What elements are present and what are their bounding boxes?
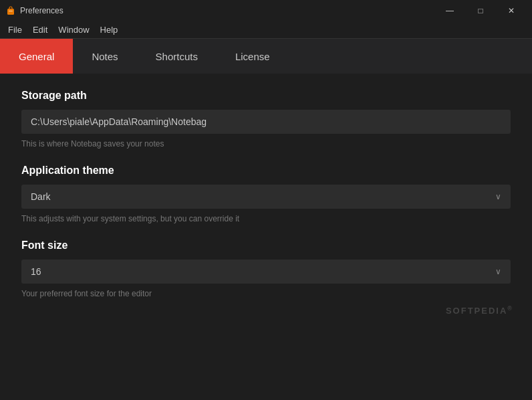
- softpedia-watermark: SOFTPEDIA®: [446, 305, 513, 316]
- menu-bar: File Edit Window Help: [0, 21, 532, 39]
- menu-edit[interactable]: Edit: [27, 23, 53, 37]
- storage-path-hint: This is where Notebag saves your notes: [21, 139, 511, 148]
- theme-label: Application theme: [21, 165, 511, 177]
- tab-notes[interactable]: Notes: [73, 39, 136, 74]
- font-size-select[interactable]: 12 14 16 18 20 24: [21, 260, 511, 284]
- storage-path-input[interactable]: [21, 110, 511, 134]
- maximize-button[interactable]: □: [465, 0, 496, 21]
- menu-file[interactable]: File: [3, 23, 27, 37]
- theme-select-wrapper: System default Dark Light ∨: [21, 185, 511, 209]
- minimize-button[interactable]: —: [434, 0, 465, 21]
- font-size-label: Font size: [21, 239, 511, 252]
- app-icon: [5, 5, 16, 16]
- tab-license[interactable]: License: [217, 39, 289, 74]
- svg-rect-0: [7, 9, 14, 15]
- theme-select[interactable]: System default Dark Light: [21, 185, 511, 209]
- menu-window[interactable]: Window: [53, 23, 94, 37]
- menu-help[interactable]: Help: [95, 23, 124, 37]
- tab-bar: General Notes Shortcuts License: [0, 39, 532, 74]
- font-size-hint: Your preferred font size for the editor: [21, 289, 511, 298]
- window-title: Preferences: [20, 6, 434, 15]
- storage-path-label: Storage path: [21, 90, 511, 102]
- tab-shortcuts[interactable]: Shortcuts: [137, 39, 217, 74]
- main-content: Storage path This is where Notebag saves…: [0, 74, 532, 330]
- theme-hint: This adjusts with your system settings, …: [21, 214, 511, 223]
- tab-general[interactable]: General: [0, 39, 73, 74]
- window-controls: — □ ✕: [434, 0, 527, 21]
- title-bar: Preferences — □ ✕: [0, 0, 532, 21]
- svg-rect-1: [9, 11, 13, 11]
- close-button[interactable]: ✕: [496, 0, 527, 21]
- font-size-select-wrapper: 12 14 16 18 20 24 ∨: [21, 260, 511, 284]
